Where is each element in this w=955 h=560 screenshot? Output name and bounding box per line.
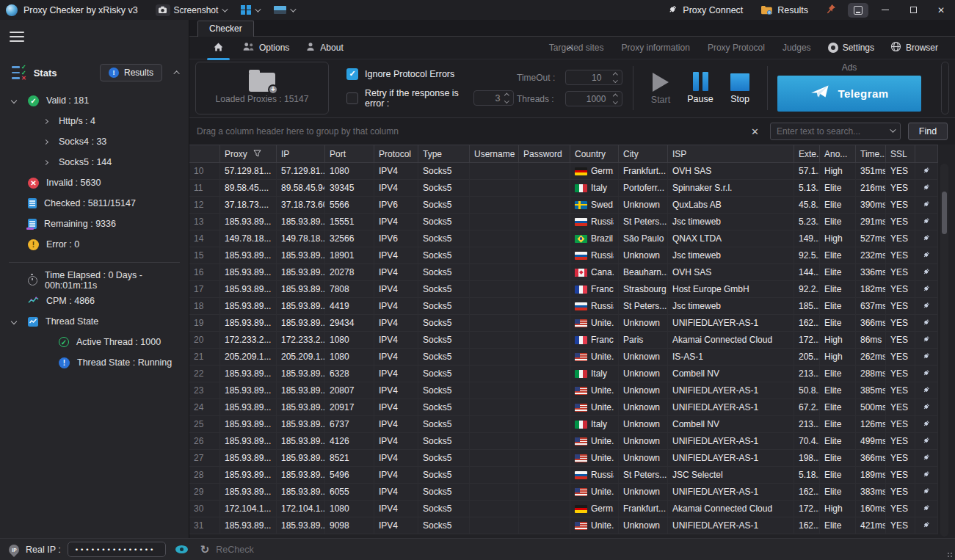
connect-plug-icon[interactable]: [915, 501, 938, 517]
timeout-stepper[interactable]: 10: [565, 70, 622, 85]
browser-button[interactable]: Browser: [884, 38, 945, 57]
sidebar-item-socks5[interactable]: Socks5 : 144: [0, 152, 189, 172]
search-box[interactable]: [770, 123, 901, 140]
table-row[interactable]: 22185.93.89...185.93.89...6328IPV4Socks5…: [189, 366, 938, 382]
column-header-username[interactable]: Username: [470, 145, 519, 163]
chevron-down-icon[interactable]: [890, 126, 896, 132]
table-row[interactable]: 20172.233.2...172.233.2...1080IPV4Socks5…: [189, 332, 938, 349]
connect-plug-icon[interactable]: [915, 247, 938, 264]
connect-plug-icon[interactable]: [915, 180, 938, 197]
collapse-stats-icon[interactable]: [173, 70, 179, 76]
table-row[interactable]: 30172.104.1...172.104.1...1080IPV4Socks5…: [189, 501, 938, 517]
stop-button[interactable]: Stop: [725, 73, 755, 104]
table-row[interactable]: 31185.93.89...185.93.89...9098IPV4Socks5…: [189, 517, 938, 534]
connect-plug-icon[interactable]: [915, 298, 938, 315]
connect-plug-icon[interactable]: [915, 517, 938, 534]
eye-icon[interactable]: [175, 545, 188, 553]
about-button[interactable]: About: [299, 39, 349, 57]
threads-stepper[interactable]: 1000: [565, 91, 622, 106]
pin-button[interactable]: [817, 0, 845, 20]
sidebar-item-socks4[interactable]: Socks4 : 33: [0, 131, 189, 152]
connect-plug-icon[interactable]: [915, 197, 938, 214]
column-header-ip[interactable]: IP: [277, 145, 325, 163]
connect-plug-icon[interactable]: [915, 349, 938, 366]
column-header-protocol[interactable]: Protocol: [374, 145, 418, 163]
table-row[interactable]: 1057.129.81...57.129.81...1080IPV4Socks5…: [189, 163, 938, 180]
connect-plug-icon[interactable]: [915, 230, 938, 247]
connect-plug-icon[interactable]: [915, 399, 938, 416]
search-input[interactable]: [777, 126, 885, 137]
results-folder-button[interactable]: Results: [752, 0, 817, 20]
connect-plug-icon[interactable]: [915, 366, 938, 382]
table-row[interactable]: 1237.18.73....37.18.73.605566IPV6Socks5S…: [189, 197, 938, 214]
stepper-up-icon[interactable]: [504, 93, 509, 98]
table-row[interactable]: 26185.93.89...185.93.89...4126IPV4Socks5…: [189, 433, 938, 450]
column-header-isp[interactable]: ISP: [668, 145, 794, 163]
column-header-ssl[interactable]: SSL: [886, 145, 915, 163]
pause-button[interactable]: Pause: [685, 72, 716, 104]
screenshot-menu[interactable]: Screenshot: [151, 3, 231, 18]
column-header-password[interactable]: Password: [519, 145, 570, 163]
telegram-ad-banner[interactable]: Telegram: [777, 76, 921, 112]
results-button[interactable]: ! Results: [100, 64, 162, 81]
connect-plug-icon[interactable]: [915, 214, 938, 230]
table-row[interactable]: 25185.93.89...185.93.89...6737IPV4Socks5…: [189, 416, 938, 433]
vertical-scrollbar-thumb[interactable]: [942, 192, 947, 234]
connect-plug-icon[interactable]: [915, 467, 938, 484]
connect-plug-icon[interactable]: [915, 281, 938, 298]
retry-checkbox[interactable]: [346, 92, 358, 104]
table-row[interactable]: 1189.58.45....89.58.45.9439345IPV4Socks5…: [189, 180, 938, 197]
sidebar-item-remaining[interactable]: Remaining : 9336: [0, 214, 189, 234]
table-row[interactable]: 15185.93.89...185.93.89...18901IPV4Socks…: [189, 247, 938, 264]
table-row[interactable]: 18185.93.89...185.93.89...4419IPV4Socks5…: [189, 298, 938, 315]
connect-plug-icon[interactable]: [915, 163, 938, 180]
sidebar-item-thread-state[interactable]: Thread State: [0, 311, 189, 332]
column-header-external[interactable]: Exte...: [794, 145, 820, 163]
stepper-down-icon[interactable]: [504, 98, 509, 103]
stepper-up-icon[interactable]: [613, 73, 617, 77]
stepper-up-icon[interactable]: [613, 94, 617, 98]
proxy-connect-button[interactable]: Proxy Connect: [658, 0, 752, 20]
table-row[interactable]: 19185.93.89...185.93.89...29434IPV4Socks…: [189, 315, 938, 332]
column-header-city[interactable]: City: [619, 145, 668, 163]
sidebar-item-error[interactable]: ! Error : 0: [0, 234, 189, 255]
tab-proxy-information[interactable]: Proxy information: [614, 40, 697, 56]
language-menu[interactable]: [269, 4, 299, 15]
home-tab-button[interactable]: [204, 39, 233, 57]
sidebar-item-checked[interactable]: Checked : 5811/15147: [0, 193, 189, 214]
table-row[interactable]: 28185.93.89...185.93.89...5496IPV4Socks5…: [189, 467, 938, 484]
clear-search-icon[interactable]: ✕: [747, 125, 763, 139]
recheck-button[interactable]: ReCheck: [216, 545, 253, 555]
sidebar-item-valid[interactable]: ✓ Valid : 181: [0, 90, 189, 111]
connect-plug-icon[interactable]: [915, 332, 938, 349]
find-button[interactable]: Find: [908, 123, 948, 140]
table-row[interactable]: 13185.93.89...185.93.89...15551IPV4Socks…: [189, 214, 938, 230]
minimize-to-tray-button[interactable]: [848, 3, 868, 18]
column-header-type[interactable]: Type: [418, 145, 470, 163]
column-header-time[interactable]: Time...: [856, 145, 886, 163]
tab-judges[interactable]: Judges: [775, 40, 818, 56]
hamburger-menu-button[interactable]: [10, 29, 24, 45]
column-header-anonymity[interactable]: Ano...: [820, 145, 856, 163]
sidebar-item-https[interactable]: Http/s : 4: [0, 111, 189, 131]
column-header-port[interactable]: Port: [325, 145, 374, 163]
close-button[interactable]: ✕: [927, 0, 955, 20]
tab-targeted-sites[interactable]: Targeted sites: [542, 40, 611, 56]
connect-plug-icon[interactable]: [915, 315, 938, 332]
filter-icon[interactable]: [253, 149, 261, 159]
maximize-button[interactable]: [899, 0, 927, 20]
start-button[interactable]: Start: [645, 71, 676, 105]
connect-plug-icon[interactable]: [915, 382, 938, 399]
retry-stepper[interactable]: 3: [473, 90, 514, 106]
connect-plug-icon[interactable]: [915, 484, 938, 501]
table-row[interactable]: 23185.93.89...185.93.89...20807IPV4Socks…: [189, 382, 938, 399]
table-row[interactable]: 17185.93.89...185.93.89...7808IPV4Socks5…: [189, 281, 938, 298]
connect-plug-icon[interactable]: [915, 264, 938, 281]
table-row[interactable]: 14149.78.18...149.78.18...32566IPV6Socks…: [189, 230, 938, 247]
table-row[interactable]: 24185.93.89...185.93.89...20917IPV4Socks…: [189, 399, 938, 416]
load-proxies-button[interactable]: + Loaded Proxies : 15147: [195, 62, 329, 114]
vertical-scrollbar[interactable]: [940, 164, 948, 537]
real-ip-field[interactable]: [68, 542, 166, 557]
ignore-protocol-errors-checkbox[interactable]: ✓: [346, 68, 358, 80]
options-button[interactable]: Options: [236, 39, 296, 57]
